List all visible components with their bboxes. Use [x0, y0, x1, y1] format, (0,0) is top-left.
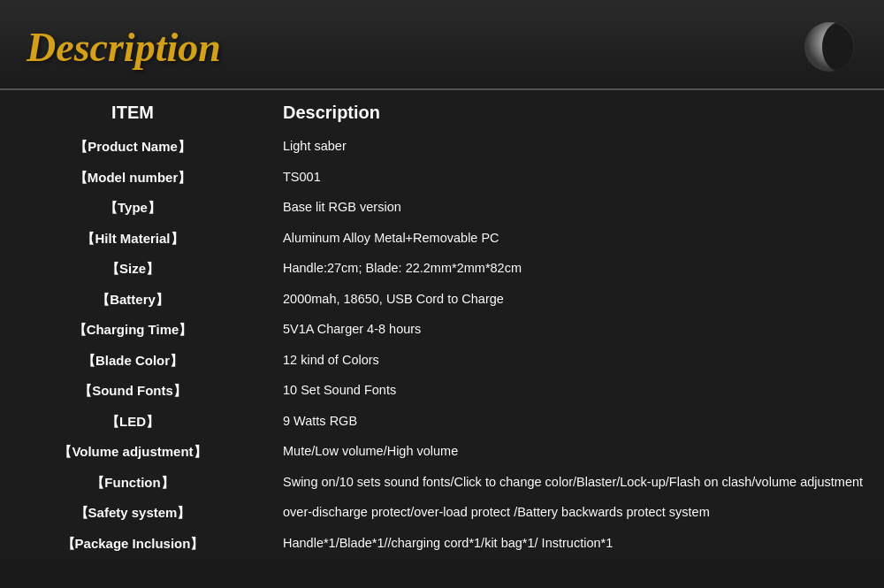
function-label: 【Function】 — [0, 468, 265, 499]
row-value: TS001 — [265, 163, 884, 194]
table-row: 【LED】 9 Watts RGB — [0, 407, 884, 438]
row-value: Mute/Low volume/High volume — [265, 437, 884, 468]
row-label: 【Size】 — [0, 254, 265, 285]
row-label: 【Product Name】 — [0, 132, 265, 163]
safety-value: over-discharge protect/over-load protect… — [265, 498, 884, 529]
row-label: 【Type】 — [0, 193, 265, 224]
table-row: 【Charging Time】 5V1A Charger 4-8 hours — [0, 315, 884, 346]
function-row: 【Function】 Swing on/10 sets sound fonts/… — [0, 468, 884, 499]
row-label: 【Volume adjustment】 — [0, 437, 265, 468]
description-table: ITEM Description 【Product Name】 Light sa… — [0, 90, 884, 559]
col-desc-header: Description — [265, 90, 884, 132]
table-row: 【Product Name】 Light saber — [0, 132, 884, 163]
function-value: Swing on/10 sets sound fonts/Click to ch… — [265, 468, 884, 499]
table-header-row: ITEM Description — [0, 90, 884, 132]
row-value: 5V1A Charger 4-8 hours — [265, 315, 884, 346]
row-value: Handle:27cm; Blade: 22.2mm*2mm*82cm — [265, 254, 884, 285]
page-title: Description — [27, 24, 221, 71]
table-row: 【Volume adjustment】 Mute/Low volume/High… — [0, 437, 884, 468]
table-row: 【Size】 Handle:27cm; Blade: 22.2mm*2mm*82… — [0, 254, 884, 285]
moon-icon — [796, 16, 857, 78]
row-value: 9 Watts RGB — [265, 407, 884, 438]
row-label: 【Blade Color】 — [0, 346, 265, 377]
row-label: 【Battery】 — [0, 285, 265, 316]
safety-row: 【Safety system】 over-discharge protect/o… — [0, 498, 884, 529]
row-value: 12 kind of Colors — [265, 346, 884, 377]
table-row: 【Battery】 2000mah, 18650, USB Cord to Ch… — [0, 285, 884, 316]
row-value: Aluminum Alloy Metal+Removable PC — [265, 224, 884, 255]
table-row: 【Model number】 TS001 — [0, 163, 884, 194]
col-item-header: ITEM — [0, 90, 265, 132]
table-row: 【Blade Color】 12 kind of Colors — [0, 346, 884, 377]
row-value: Light saber — [265, 132, 884, 163]
table-row: 【Hilt Material】 Aluminum Alloy Metal+Rem… — [0, 224, 884, 255]
row-label: 【Charging Time】 — [0, 315, 265, 346]
table-row: 【Type】 Base lit RGB version — [0, 193, 884, 224]
row-label: 【Model number】 — [0, 163, 265, 194]
table-row: 【Sound Fonts】 10 Set Sound Fonts — [0, 376, 884, 407]
package-label: 【Package Inclusion】 — [0, 529, 265, 560]
row-value: Base lit RGB version — [265, 193, 884, 224]
row-label: 【LED】 — [0, 407, 265, 438]
svg-point-2 — [822, 22, 857, 72]
safety-label: 【Safety system】 — [0, 498, 265, 529]
row-value: 10 Set Sound Fonts — [265, 376, 884, 407]
row-label: 【Hilt Material】 — [0, 224, 265, 255]
row-value: 2000mah, 18650, USB Cord to Charge — [265, 285, 884, 316]
package-value: Handle*1/Blade*1//charging cord*1/kit ba… — [265, 529, 884, 560]
main-content: ITEM Description 【Product Name】 Light sa… — [0, 90, 884, 559]
package-row: 【Package Inclusion】 Handle*1/Blade*1//ch… — [0, 529, 884, 560]
row-label: 【Sound Fonts】 — [0, 376, 265, 407]
page-header: Description — [0, 0, 884, 90]
